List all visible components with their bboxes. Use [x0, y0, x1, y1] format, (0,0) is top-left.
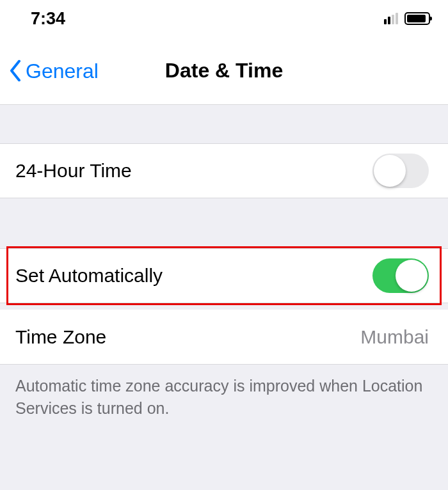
row-label: 24-Hour Time: [15, 160, 132, 182]
toggle-24-hour-time[interactable]: [372, 154, 429, 188]
row-label: Set Automatically: [15, 265, 163, 287]
section-spacer: [0, 105, 448, 143]
battery-icon: [404, 12, 430, 25]
row-label: Time Zone: [15, 326, 106, 348]
back-button[interactable]: General: [9, 59, 99, 83]
row-set-automatically-wrapper: Set Automatically: [0, 248, 448, 303]
cellular-signal-icon: [384, 13, 398, 24]
navigation-bar: General Date & Time: [0, 37, 448, 105]
row-value: Mumbai: [360, 326, 429, 348]
status-bar: 7:34: [0, 0, 448, 37]
footer-note: Automatic time zone accuracy is improved…: [0, 365, 448, 430]
section-spacer: [0, 198, 448, 248]
row-24-hour-time[interactable]: 24-Hour Time: [0, 143, 448, 198]
toggle-set-automatically[interactable]: [372, 258, 429, 293]
back-button-label: General: [26, 59, 99, 83]
row-set-automatically[interactable]: Set Automatically: [0, 248, 448, 303]
status-icons: [384, 12, 430, 25]
row-time-zone[interactable]: Time Zone Mumbai: [0, 310, 448, 365]
chevron-left-icon: [9, 60, 22, 82]
status-time: 7:34: [31, 9, 65, 29]
